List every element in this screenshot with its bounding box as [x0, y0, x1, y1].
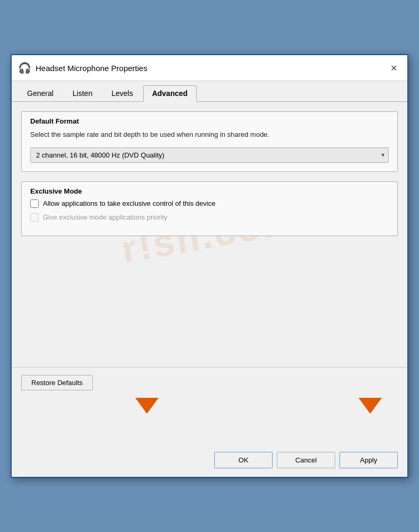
- tab-bar: General Listen Levels Advanced: [12, 81, 407, 102]
- restore-defaults-button[interactable]: Restore Defaults: [21, 375, 93, 390]
- tab-general[interactable]: General: [18, 85, 63, 101]
- tab-content: r!sh.com Default Format Select the sampl…: [12, 102, 407, 367]
- dialog: 🎧 Headset Microphone Properties ✕ Genera…: [11, 54, 408, 478]
- default-format-description: Select the sample rate and bit depth to …: [30, 129, 389, 140]
- exclusive-priority-checkbox[interactable]: [30, 213, 39, 222]
- headset-icon: 🎧: [18, 62, 31, 74]
- ok-button[interactable]: OK: [214, 452, 273, 468]
- exclusive-mode-label: Exclusive Mode: [30, 187, 389, 195]
- default-format-label: Default Format: [30, 117, 389, 125]
- tab-levels[interactable]: Levels: [102, 85, 142, 101]
- format-select[interactable]: 1 channel, 16 bit, 44100 Hz (CD Quality)…: [30, 147, 389, 163]
- cancel-button[interactable]: Cancel: [277, 452, 335, 468]
- title-bar: 🎧 Headset Microphone Properties ✕: [12, 55, 407, 81]
- apply-arrow-icon: [359, 398, 382, 414]
- footer-top: Restore Defaults: [21, 375, 398, 390]
- close-button[interactable]: ✕: [386, 60, 401, 75]
- dialog-title: Headset Microphone Properties: [36, 64, 147, 73]
- exclusive-mode-group: Exclusive Mode Allow applications to tak…: [21, 181, 398, 236]
- checkbox-row-2: Give exclusive mode applications priorit…: [30, 213, 389, 222]
- title-bar-left: 🎧 Headset Microphone Properties: [18, 62, 147, 74]
- ok-arrow-icon: [135, 398, 159, 414]
- exclusive-control-label: Allow applications to take exclusive con…: [43, 199, 215, 207]
- arrow-indicators: [21, 398, 398, 425]
- footer-buttons: OK Cancel Apply: [21, 452, 398, 468]
- apply-button[interactable]: Apply: [339, 452, 398, 468]
- tab-advanced[interactable]: Advanced: [143, 85, 197, 102]
- tab-listen[interactable]: Listen: [64, 85, 101, 101]
- checkbox-row-1: Allow applications to take exclusive con…: [30, 199, 389, 208]
- format-select-wrapper: 1 channel, 16 bit, 44100 Hz (CD Quality)…: [30, 147, 389, 163]
- exclusive-control-checkbox[interactable]: [30, 199, 39, 208]
- exclusive-priority-label: Give exclusive mode applications priorit…: [43, 213, 168, 221]
- ok-arrow-container: [135, 398, 159, 414]
- apply-arrow-container: [359, 398, 382, 414]
- default-format-group: Default Format Select the sample rate an…: [21, 111, 398, 172]
- footer: Restore Defaults OK Cancel Apply: [12, 367, 407, 477]
